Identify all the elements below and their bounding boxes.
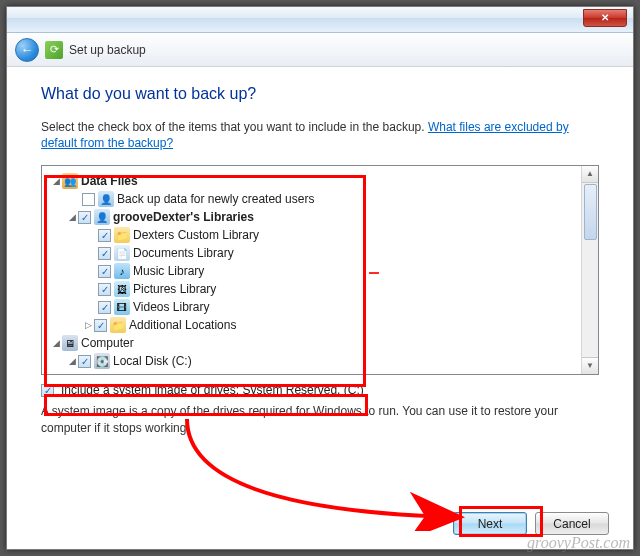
close-button[interactable]: ✕: [583, 9, 627, 27]
next-button[interactable]: Next: [453, 512, 527, 535]
tree-label: Additional Locations: [129, 318, 236, 332]
folder-icon: 📁: [110, 317, 126, 333]
tree-label: Music Library: [133, 264, 204, 278]
window-title: Set up backup: [69, 43, 146, 57]
back-button[interactable]: ←: [15, 38, 39, 62]
checkbox-documents[interactable]: ✓: [98, 247, 111, 260]
tree-node-videos[interactable]: ✓ 🎞 Videos Library: [46, 298, 577, 316]
computer-icon: 🖥: [62, 335, 78, 351]
drive-icon: 💽: [94, 353, 110, 369]
tree-node-new-users[interactable]: 👤 Back up data for newly created users: [46, 190, 577, 208]
checkbox-local-disk[interactable]: ✓: [78, 355, 91, 368]
tree-node-custom-library[interactable]: ✓ 📁 Dexters Custom Library: [46, 226, 577, 244]
system-image-label: Include a system image of drives: System…: [61, 383, 364, 397]
tree-node-documents[interactable]: ✓ 📄 Documents Library: [46, 244, 577, 262]
scroll-up-button[interactable]: ▲: [582, 166, 598, 183]
expand-icon[interactable]: ▷: [82, 320, 94, 330]
tree-node-computer[interactable]: ◢ 🖥 Computer: [46, 334, 577, 352]
tree-node-pictures[interactable]: ✓ 🖼 Pictures Library: [46, 280, 577, 298]
checkbox-custom-lib[interactable]: ✓: [98, 229, 111, 242]
scroll-thumb[interactable]: [584, 184, 597, 240]
users-icon: 👥: [62, 173, 78, 189]
collapse-icon[interactable]: ◢: [50, 338, 62, 348]
tree-inner: ◢ 👥 Data Files 👤 Back up data for newly …: [42, 166, 581, 374]
tree-label: Data Files: [81, 174, 138, 188]
tree-label: grooveDexter's Libraries: [113, 210, 254, 224]
back-arrow-icon: ←: [21, 42, 34, 57]
checkbox-pictures[interactable]: ✓: [98, 283, 111, 296]
tree-label: Documents Library: [133, 246, 234, 260]
system-image-row: ✓ Include a system image of drives: Syst…: [41, 383, 599, 397]
folder-icon: 📁: [114, 227, 130, 243]
checkbox-additional[interactable]: ✓: [94, 319, 107, 332]
pictures-icon: 🖼: [114, 281, 130, 297]
nav-row: ← ⟳ Set up backup: [7, 33, 633, 67]
tree-label: Pictures Library: [133, 282, 216, 296]
tree-scrollbar[interactable]: ▲ ▼: [581, 166, 598, 374]
tree-label: Dexters Custom Library: [133, 228, 259, 242]
tree-node-music[interactable]: ✓ ♪ Music Library: [46, 262, 577, 280]
checkbox-system-image[interactable]: ✓: [41, 384, 54, 397]
system-image-description: A system image is a copy of the drives r…: [41, 403, 599, 435]
collapse-icon[interactable]: ◢: [66, 212, 78, 222]
scroll-down-button[interactable]: ▼: [582, 357, 598, 374]
close-icon: ✕: [601, 12, 609, 23]
user-icon: 👤: [94, 209, 110, 225]
tree-label: Back up data for newly created users: [117, 192, 314, 206]
content-area: What do you want to back up? Select the …: [7, 67, 633, 450]
backup-tree: ◢ 👥 Data Files 👤 Back up data for newly …: [41, 165, 599, 375]
tree-node-data-files[interactable]: ◢ 👥 Data Files: [46, 172, 577, 190]
page-heading: What do you want to back up?: [41, 85, 599, 103]
videos-icon: 🎞: [114, 299, 130, 315]
button-row: Next Cancel: [453, 512, 609, 535]
tree-label: Computer: [81, 336, 134, 350]
instruction-lead: Select the check box of the items that y…: [41, 120, 428, 134]
tree-node-user-libraries[interactable]: ◢ ✓ 👤 grooveDexter's Libraries: [46, 208, 577, 226]
annotation-stray-mark: [369, 272, 379, 274]
tree-node-local-disk[interactable]: ◢ ✓ 💽 Local Disk (C:): [46, 352, 577, 370]
music-icon: ♪: [114, 263, 130, 279]
cancel-button[interactable]: Cancel: [535, 512, 609, 535]
collapse-icon[interactable]: ◢: [66, 356, 78, 366]
user-icon: 👤: [98, 191, 114, 207]
checkbox-videos[interactable]: ✓: [98, 301, 111, 314]
checkbox-music[interactable]: ✓: [98, 265, 111, 278]
instruction-text: Select the check box of the items that y…: [41, 119, 599, 151]
checkbox-new-users[interactable]: [82, 193, 95, 206]
checkbox-user-lib[interactable]: ✓: [78, 211, 91, 224]
tree-label: Videos Library: [133, 300, 210, 314]
documents-icon: 📄: [114, 245, 130, 261]
collapse-icon[interactable]: ◢: [50, 176, 62, 186]
scroll-track[interactable]: [582, 241, 598, 357]
tree-label: Local Disk (C:): [113, 354, 192, 368]
title-bar: ✕: [7, 7, 633, 33]
wizard-window: ✕ ← ⟳ Set up backup What do you want to …: [6, 6, 634, 550]
backup-app-icon: ⟳: [45, 41, 63, 59]
tree-node-additional[interactable]: ▷ ✓ 📁 Additional Locations: [46, 316, 577, 334]
